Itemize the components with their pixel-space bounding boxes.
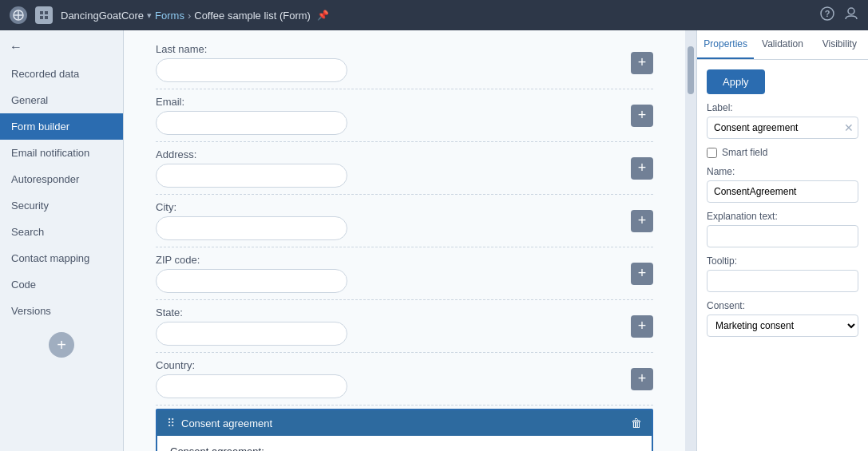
explanation-field-group: Explanation text:: [707, 211, 858, 247]
field-row-address: Address: +: [156, 142, 653, 195]
consent-delete-icon[interactable]: 🗑: [631, 417, 642, 429]
consent-header-title: Consent agreement: [181, 417, 272, 429]
field-col-city: City:: [156, 201, 624, 240]
sidebar-item-code[interactable]: Code: [0, 271, 123, 298]
sidebar-add-button[interactable]: +: [49, 332, 74, 358]
add-field-btn-state[interactable]: +: [631, 315, 653, 338]
right-panel-body: Apply Label: ✕ Smart field Name:: [697, 60, 868, 346]
label-field-label: Label:: [707, 102, 858, 113]
scrollbar[interactable]: [685, 30, 696, 451]
field-col-zip: ZIP code:: [156, 254, 624, 293]
sidebar: ← Recorded data General Form builder Ema…: [0, 30, 124, 451]
label-address: Address:: [156, 148, 624, 160]
field-row-email: Email: +: [156, 89, 653, 142]
input-city[interactable]: [156, 216, 347, 240]
name-field-label: Name:: [707, 166, 858, 177]
app-title: DancingGoatCore: [61, 10, 144, 22]
tooltip-field-label: Tooltip:: [707, 255, 858, 267]
svg-rect-4: [45, 11, 48, 14]
scrollbar-thumb[interactable]: [688, 46, 694, 94]
field-row-lastname: Last name: +: [156, 37, 653, 89]
name-field-group: Name:: [707, 166, 858, 203]
app-icon: [35, 6, 53, 24]
sidebar-item-search[interactable]: Search: [0, 219, 123, 245]
add-field-btn-city[interactable]: +: [631, 210, 653, 232]
form-scroll: Last name: + Email: + Address: +: [124, 30, 685, 451]
label-country: Country:: [156, 359, 624, 371]
input-email[interactable]: [156, 111, 347, 135]
input-state[interactable]: [156, 322, 347, 346]
input-lastname[interactable]: [156, 58, 347, 82]
explanation-input[interactable]: [707, 225, 858, 247]
label-lastname: Last name:: [156, 43, 624, 55]
svg-rect-3: [40, 11, 43, 14]
input-country[interactable]: [156, 374, 347, 398]
field-col-country: Country:: [156, 359, 624, 398]
svg-text:?: ?: [825, 9, 830, 18]
label-field-group: Label: ✕: [707, 102, 858, 139]
label-clear-button[interactable]: ✕: [844, 121, 854, 134]
tab-visibility[interactable]: Visibility: [811, 30, 868, 59]
input-address[interactable]: [156, 164, 347, 188]
label-email: Email:: [156, 96, 624, 108]
pin-icon[interactable]: 📌: [317, 10, 329, 21]
user-icon[interactable]: [844, 6, 858, 24]
consent-select[interactable]: Marketing consent Other consent: [707, 315, 858, 337]
consent-body: Consent agreement: I agree to receive ma…: [157, 436, 652, 451]
explanation-field-label: Explanation text:: [707, 211, 858, 222]
svg-rect-5: [40, 16, 43, 19]
tooltip-input[interactable]: [707, 270, 858, 292]
main-layout: ← Recorded data General Form builder Ema…: [0, 30, 868, 451]
breadcrumb-forms[interactable]: Forms: [155, 10, 184, 22]
breadcrumb-separator: ›: [188, 10, 191, 22]
add-field-btn-address[interactable]: +: [631, 157, 653, 180]
sidebar-item-general[interactable]: General: [0, 87, 123, 113]
sidebar-item-contact-mapping[interactable]: Contact mapping: [0, 245, 123, 271]
app-logo[interactable]: [10, 6, 27, 24]
sidebar-item-recorded-data[interactable]: Recorded data: [0, 61, 123, 87]
add-field-btn-lastname[interactable]: +: [631, 52, 653, 74]
smart-field-label: Smart field: [722, 147, 767, 158]
label-city: City:: [156, 201, 624, 213]
right-panel-tabs: Properties Validation Visibility: [697, 30, 868, 60]
smart-field-row: Smart field: [707, 147, 858, 158]
navbar: DancingGoatCore ▾ Forms › Coffee sample …: [0, 0, 868, 30]
input-zip[interactable]: [156, 269, 347, 293]
tab-properties[interactable]: Properties: [697, 30, 754, 59]
consent-block: ⠿ Consent agreement 🗑 Consent agreement:…: [156, 409, 653, 451]
label-state: State:: [156, 307, 624, 318]
field-col-state: State:: [156, 307, 624, 346]
consent-field-label: Consent:: [707, 300, 858, 311]
add-field-btn-email[interactable]: +: [631, 105, 653, 127]
tab-validation[interactable]: Validation: [754, 30, 811, 59]
sidebar-back-button[interactable]: ←: [0, 34, 123, 61]
field-col-email: Email:: [156, 96, 624, 135]
add-field-btn-zip[interactable]: +: [631, 263, 653, 285]
sidebar-item-security[interactable]: Security: [0, 192, 123, 219]
svg-point-9: [848, 8, 854, 14]
name-input[interactable]: [707, 180, 858, 203]
label-input-wrapper: ✕: [707, 117, 858, 139]
field-row-state: State: +: [156, 300, 653, 353]
field-row-zip: ZIP code: +: [156, 247, 653, 300]
right-panel: Properties Validation Visibility Apply L…: [696, 30, 868, 451]
sidebar-item-versions[interactable]: Versions: [0, 298, 123, 324]
label-zip: ZIP code:: [156, 254, 624, 266]
field-row-country: Country: +: [156, 353, 653, 406]
label-input[interactable]: [707, 117, 858, 139]
apply-button[interactable]: Apply: [707, 69, 765, 94]
breadcrumb-page: Coffee sample list (Form): [194, 10, 311, 22]
svg-rect-6: [45, 16, 48, 19]
breadcrumb: DancingGoatCore ▾ Forms › Coffee sample …: [61, 10, 329, 22]
navbar-right: ?: [820, 6, 858, 24]
help-icon[interactable]: ?: [820, 6, 834, 24]
field-col-lastname: Last name:: [156, 43, 624, 82]
add-field-btn-country[interactable]: +: [631, 368, 653, 390]
consent-body-label: Consent agreement:: [170, 445, 639, 451]
sidebar-item-form-builder[interactable]: Form builder: [0, 113, 123, 140]
field-col-address: Address:: [156, 148, 624, 188]
sidebar-item-autoresponder[interactable]: Autoresponder: [0, 166, 123, 192]
smart-field-checkbox[interactable]: [707, 148, 717, 158]
drag-icon: ⠿: [167, 417, 175, 429]
sidebar-item-email-notification[interactable]: Email notification: [0, 140, 123, 166]
